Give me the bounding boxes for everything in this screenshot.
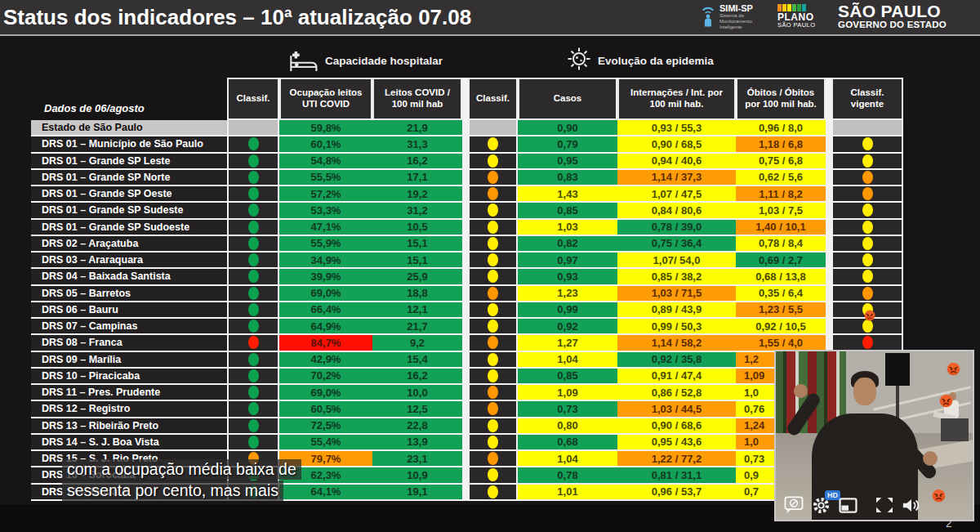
epidemic-classif-cell (468, 236, 518, 253)
hospitalizations-cell: 0,96 / 53,7 (617, 485, 736, 501)
group-separator (462, 369, 468, 385)
epidemic-classif-cell (468, 302, 518, 319)
current-classif-cell (831, 186, 903, 203)
row-label: DRS 06 – Bauru (31, 302, 227, 319)
red-classification-dot (248, 336, 259, 349)
group-separator (826, 319, 831, 335)
covid-beds-cell: 9,2 (372, 335, 462, 351)
hospitalizations-cell: 0,89 / 43,9 (617, 302, 736, 319)
hospital-classif-cell (227, 136, 279, 153)
plano-color-bars-icon (777, 4, 815, 11)
hospital-classif-cell (227, 335, 279, 351)
hospital-bed-icon (287, 49, 318, 77)
green-classification-dot (248, 187, 259, 200)
interpreter-head (853, 378, 876, 405)
row-label: DRS 05 – Barretos (31, 286, 227, 302)
group-separator (826, 269, 831, 285)
col-header-ocupacao-uti: Ocupação leitos UTI COVID (279, 78, 372, 120)
group-separator (462, 451, 468, 467)
green-classification-dot (248, 237, 259, 250)
cases-cell: 1,04 (518, 352, 617, 369)
deaths-cell: 1,11 / 8,2 (736, 186, 826, 203)
orange-classification-dot (488, 386, 498, 399)
green-classification-dot (248, 221, 259, 234)
group-separator (826, 253, 831, 269)
cases-cell: 0,85 (518, 203, 617, 219)
hospitalizations-cell: 0,94 / 40,6 (617, 154, 736, 170)
cases-cell: 0,92 (518, 319, 617, 335)
uti-occupancy-cell: 60,1% (279, 136, 372, 153)
cases-cell: 0,85 (518, 369, 617, 385)
group-separator (462, 220, 468, 236)
picture-in-picture-icon[interactable] (838, 496, 858, 514)
hospital-classif-cell (227, 319, 279, 335)
group-separator (462, 401, 468, 418)
yellow-classification-dot (488, 203, 498, 217)
covid-beds-cell: 12,1 (372, 302, 462, 319)
uti-occupancy-cell: 34,9% (279, 253, 372, 269)
epidemic-classif-cell (468, 253, 518, 269)
hospital-classif-cell (227, 269, 279, 285)
interpreter-right-hand (923, 451, 938, 466)
covid-beds-cell: 22,8 (372, 418, 462, 435)
row-label: Estado de São Paulo (31, 120, 227, 136)
hospital-classif-cell (227, 253, 279, 269)
group-separator (462, 269, 468, 285)
fullscreen-icon[interactable] (875, 496, 894, 514)
epidemic-classif-cell (468, 467, 518, 484)
yellow-classification-dot (488, 237, 498, 250)
current-classif-cell (831, 203, 903, 219)
virus-icon (567, 47, 591, 74)
orange-classification-dot (488, 336, 498, 349)
orange-classification-dot (488, 187, 498, 200)
yellow-classification-dot (862, 253, 873, 266)
background-chair (941, 418, 969, 441)
group-separator (462, 78, 468, 120)
uti-occupancy-cell: 64,9% (279, 319, 372, 335)
subtitle-caption-line-1: com a ocupação média baixa de (62, 459, 301, 480)
deaths-cell: 0,75 / 6,8 (736, 154, 826, 170)
covid-beds-cell: 10,9 (372, 467, 462, 484)
deaths-cell: 0,62 / 5,6 (736, 170, 826, 186)
uti-occupancy-cell: 54,8% (279, 154, 372, 170)
current-classif-cell (831, 154, 903, 170)
deaths-cell: 0,96 / 8,0 (736, 120, 826, 136)
covid-beds-cell: 19,1 (372, 485, 462, 501)
cases-cell: 0,93 (518, 269, 617, 285)
hospitalizations-cell: 0,75 / 36,4 (617, 236, 736, 253)
cases-cell: 0,90 (518, 120, 617, 136)
yellow-classification-dot (488, 221, 498, 234)
volume-icon[interactable] (902, 496, 921, 514)
epidemic-classif-cell (468, 154, 518, 170)
cases-cell: 0,73 (518, 401, 617, 418)
comments-disabled-icon[interactable] (784, 496, 804, 514)
green-classification-dot (248, 154, 259, 168)
governo-logo: SÃO PAULO GOVERNO DO ESTADO (838, 3, 947, 30)
row-label: DRS 13 – Ribeirão Preto (31, 418, 227, 435)
cases-cell: 0,99 (518, 302, 617, 319)
uti-occupancy-cell: 66,4% (279, 302, 372, 319)
yellow-classification-dot (488, 253, 498, 266)
epidemic-classif-cell (468, 269, 518, 285)
orange-classification-dot (862, 187, 873, 200)
orange-classification-dot (488, 171, 498, 184)
epidemic-classif-cell (468, 186, 518, 203)
yellow-classification-dot (862, 154, 873, 168)
green-classification-dot (248, 171, 259, 184)
covid-beds-cell: 18,8 (372, 286, 462, 302)
deaths-cell: 0,78 / 8,4 (736, 236, 826, 253)
current-classif-cell (831, 170, 903, 186)
uti-occupancy-cell: 53,3% (279, 203, 372, 219)
video-controls: HD (784, 494, 921, 516)
green-classification-dot (248, 402, 259, 415)
hospital-classif-cell (227, 435, 279, 451)
hospitalizations-cell: 0,84 / 80,6 (617, 203, 736, 219)
yellow-classification-dot (488, 353, 498, 366)
group-separator (826, 220, 831, 236)
uti-occupancy-cell: 39,9% (279, 269, 372, 285)
settings-gear-icon[interactable]: HD (811, 496, 831, 514)
hospitalizations-cell: 0,93 / 55,3 (617, 120, 736, 136)
group-separator (462, 120, 468, 136)
governo-title: SÃO PAULO (838, 3, 947, 20)
covid-beds-cell: 15,4 (372, 352, 462, 369)
